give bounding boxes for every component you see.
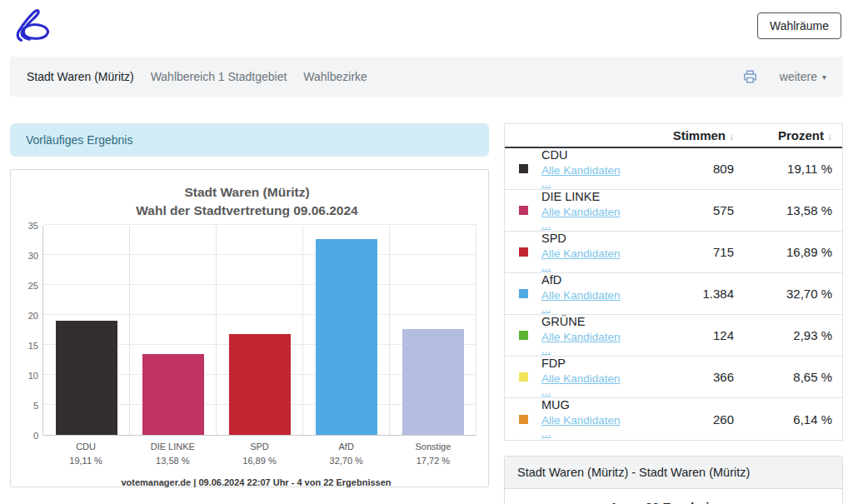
x-label-name: SPD xyxy=(216,440,302,454)
party-color-swatch xyxy=(519,415,528,424)
party-cell: MUGAlle Kandidaten ... xyxy=(541,398,621,440)
chart-x-axis-labels: CDU19,11 %DIE LINKE13,58 %SPD16,89 %AfD3… xyxy=(42,440,476,468)
all-candidates-link[interactable]: Alle Kandidaten ... xyxy=(541,206,621,231)
prozent-value: 32,70 % xyxy=(734,287,832,301)
x-label-percent: 17,72 % xyxy=(390,454,476,468)
left-column: Vorläufiges Ergebnis Stadt Waren (Müritz… xyxy=(10,123,489,504)
breadcrumb-item-0[interactable]: Stadt Waren (Müritz) xyxy=(27,70,134,83)
x-label-percent: 16,89 % xyxy=(216,454,302,468)
breadcrumb: Stadt Waren (Müritz)Wahlbereich 1 Stadtg… xyxy=(27,70,367,83)
x-label-name: DIE LINKE xyxy=(129,440,216,454)
bar-Sonstige xyxy=(402,329,464,436)
wahlraeume-button[interactable]: Wahlräume xyxy=(757,12,841,39)
stimmen-value: 124 xyxy=(621,328,734,342)
x-label-CDU: CDU19,11 % xyxy=(42,440,129,468)
party-cell: CDUAlle Kandidaten ... xyxy=(541,148,621,190)
table-row: FDPAlle Kandidaten ...3668,65 % xyxy=(505,357,842,398)
bar-DIE LINKE xyxy=(142,354,204,436)
weitere-label: weitere xyxy=(780,70,817,83)
all-candidates-link[interactable]: Alle Kandidaten ... xyxy=(541,289,621,314)
y-tick-label: 35 xyxy=(28,221,38,231)
all-candidates-link[interactable]: Alle Kandidaten ... xyxy=(541,164,621,189)
x-label-AfD: AfD32,70 % xyxy=(303,440,390,468)
party-color-swatch xyxy=(519,206,528,215)
party-name: GRÜNE xyxy=(541,315,621,328)
party-cell: FDPAlle Kandidaten ... xyxy=(541,357,621,398)
table-row: MUGAlle Kandidaten ...2606,14 % xyxy=(505,398,842,440)
breadcrumb-item-2[interactable]: Wahlbezirke xyxy=(303,70,367,83)
chart-title-line2: Wahl der Stadtvertretung 09.06.2024 xyxy=(17,202,476,220)
party-name: MUG xyxy=(541,398,621,412)
x-label-percent: 19,11 % xyxy=(42,454,129,468)
stimmen-value: 1.384 xyxy=(621,287,734,301)
x-label-Sonstige: Sonstige17,72 % xyxy=(390,440,476,468)
stimmen-value: 575 xyxy=(621,203,734,217)
gridline xyxy=(43,224,476,225)
x-label-SPD: SPD16,89 % xyxy=(216,440,302,468)
bar-SPD xyxy=(229,334,291,436)
breadcrumb-bar: Stadt Waren (Müritz)Wahlbereich 1 Stadtg… xyxy=(10,57,843,97)
results-table: Stimmen↓ Prozent↓ CDUAlle Kandidaten ...… xyxy=(504,123,843,441)
x-label-name: Sonstige xyxy=(390,440,476,454)
bar-cell-SPD xyxy=(217,226,303,435)
printer-icon[interactable] xyxy=(742,69,758,84)
votemanager-logo-icon[interactable] xyxy=(12,7,53,45)
party-cell: DIE LINKEAlle Kandidaten ... xyxy=(541,190,621,232)
bar-cell-DIE LINKE xyxy=(130,226,217,435)
y-tick-label: 5 xyxy=(33,401,38,411)
chart-plot-area xyxy=(42,226,476,436)
party-name: DIE LINKE xyxy=(541,190,621,203)
all-candidates-link[interactable]: Alle Kandidaten ... xyxy=(541,331,621,356)
breadcrumb-item-1[interactable]: Wahlbereich 1 Stadtgebiet xyxy=(151,70,287,83)
party-cell: GRÜNEAlle Kandidaten ... xyxy=(541,315,621,357)
prozent-value: 6,14 % xyxy=(734,412,832,427)
y-tick-label: 0 xyxy=(33,431,38,441)
x-label-name: AfD xyxy=(303,440,390,454)
swatch-cell xyxy=(505,247,541,257)
column-header-prozent[interactable]: Prozent↓ xyxy=(734,128,832,142)
bar-cell-CDU xyxy=(43,226,130,435)
prozent-value: 13,58 % xyxy=(734,203,832,217)
district-summary-title: Stadt Waren (Müritz) - Stadt Waren (Müri… xyxy=(505,457,842,489)
all-candidates-link[interactable]: Alle Kandidaten ... xyxy=(541,372,621,397)
party-name: FDP xyxy=(541,357,621,370)
chart-y-axis: 05101520253035 xyxy=(17,226,42,436)
party-cell: SPDAlle Kandidaten ... xyxy=(541,232,621,273)
sort-down-icon: ↓ xyxy=(827,131,832,142)
all-candidates-link[interactable]: Alle Kandidaten ... xyxy=(541,414,621,439)
stimmen-value: 366 xyxy=(621,370,734,384)
results-progress: 4 von 22 Ergebnissen xyxy=(505,489,842,504)
party-color-swatch xyxy=(519,164,528,173)
bar-chart: 05101520253035 xyxy=(17,226,476,436)
all-candidates-link[interactable]: Alle Kandidaten ... xyxy=(541,247,621,272)
swatch-cell xyxy=(505,164,541,173)
swatch-cell xyxy=(505,331,541,340)
party-color-swatch xyxy=(519,331,528,340)
y-tick-label: 20 xyxy=(28,311,38,321)
chart-title-line1: Stadt Waren (Müritz) xyxy=(17,183,476,202)
stimmen-value: 260 xyxy=(621,412,734,427)
top-header: Wahlräume xyxy=(0,0,853,57)
party-name: AfD xyxy=(541,273,621,287)
party-color-swatch xyxy=(519,247,528,257)
breadcrumb-actions: weitere ▾ xyxy=(742,69,826,84)
chart-card: Stadt Waren (Müritz) Wahl der Stadtvertr… xyxy=(10,169,489,487)
bar-cell-AfD xyxy=(303,226,390,435)
results-table-body: CDUAlle Kandidaten ...80919,11 %DIE LINK… xyxy=(505,148,842,440)
y-tick-label: 10 xyxy=(28,371,38,381)
column-header-stimmen[interactable]: Stimmen↓ xyxy=(621,128,734,142)
party-name: CDU xyxy=(541,148,621,162)
swatch-cell xyxy=(505,289,541,298)
prozent-value: 8,65 % xyxy=(734,370,832,384)
prozent-value: 19,11 % xyxy=(734,162,832,176)
swatch-cell xyxy=(505,415,541,424)
table-row: DIE LINKEAlle Kandidaten ...57513,58 % xyxy=(505,190,842,232)
stimmen-label: Stimmen xyxy=(673,128,726,142)
prozent-value: 16,89 % xyxy=(734,245,832,259)
stimmen-value: 715 xyxy=(621,245,734,259)
weitere-dropdown[interactable]: weitere ▾ xyxy=(780,70,826,83)
y-tick-label: 25 xyxy=(28,281,38,291)
x-label-DIE LINKE: DIE LINKE13,58 % xyxy=(129,440,216,468)
chart-title: Stadt Waren (Müritz) Wahl der Stadtvertr… xyxy=(17,183,476,219)
chart-caption: votemanager.de | 09.06.2024 22:07 Uhr - … xyxy=(17,477,476,487)
